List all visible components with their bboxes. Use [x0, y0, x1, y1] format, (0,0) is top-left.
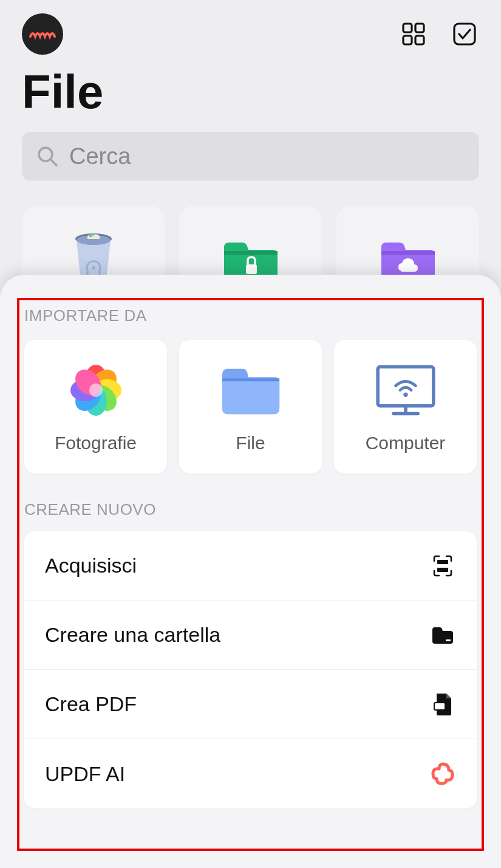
search-input[interactable] — [69, 143, 465, 170]
svg-point-18 — [89, 384, 103, 397]
list-row-label: Acquisisci — [45, 554, 137, 577]
svg-point-23 — [403, 393, 407, 397]
page-title: File — [22, 64, 479, 120]
updfai-icon — [429, 760, 456, 787]
svg-rect-27 — [434, 703, 445, 710]
photos-flower-icon — [63, 360, 129, 421]
import-create-sheet: IMPORTARE DA — [0, 275, 501, 868]
scan-icon — [429, 553, 456, 579]
import-card-label: Fotografie — [55, 433, 137, 453]
svg-rect-9 — [246, 264, 257, 274]
folder-solid-icon — [429, 622, 456, 649]
import-computer-card[interactable]: Computer — [334, 340, 477, 474]
svg-rect-1 — [415, 24, 424, 32]
svg-rect-4 — [454, 24, 475, 44]
create-pdf-row[interactable]: Crea PDF — [24, 670, 477, 739]
folder-icon — [217, 360, 284, 421]
import-card-label: Computer — [366, 433, 446, 453]
create-section-label: CREARE NUOVO — [24, 500, 477, 519]
search-icon — [36, 145, 58, 167]
create-updfai-row[interactable]: UPDF AI — [24, 739, 477, 808]
svg-rect-0 — [403, 24, 412, 32]
search-bar[interactable] — [22, 132, 479, 181]
svg-point-5 — [39, 148, 52, 161]
list-row-label: Creare una cartella — [45, 623, 220, 647]
create-scan-row[interactable]: Acquisisci — [24, 531, 477, 601]
list-row-label: UPDF AI — [45, 762, 125, 786]
svg-rect-25 — [437, 568, 448, 572]
create-folder-row[interactable]: Creare una cartella — [24, 601, 477, 670]
svg-line-6 — [51, 160, 56, 165]
top-bar — [22, 4, 479, 64]
svg-rect-24 — [437, 560, 448, 564]
svg-rect-2 — [403, 36, 412, 44]
select-button[interactable] — [450, 19, 479, 49]
svg-rect-19 — [222, 378, 279, 381]
checkmark-box-icon — [452, 21, 477, 47]
grid-view-button[interactable] — [399, 19, 428, 49]
svg-rect-3 — [415, 36, 424, 44]
import-section-label: IMPORTARE DA — [24, 306, 477, 325]
list-row-label: Crea PDF — [45, 692, 137, 716]
grid-icon — [401, 21, 426, 47]
import-files-card[interactable]: File — [179, 340, 322, 474]
pdf-doc-icon — [429, 691, 456, 718]
computer-wifi-icon — [372, 360, 439, 421]
import-card-label: File — [236, 433, 265, 453]
svg-rect-26 — [446, 639, 451, 641]
app-logo[interactable] — [22, 13, 63, 55]
import-photos-card[interactable]: Fotografie — [24, 340, 167, 474]
